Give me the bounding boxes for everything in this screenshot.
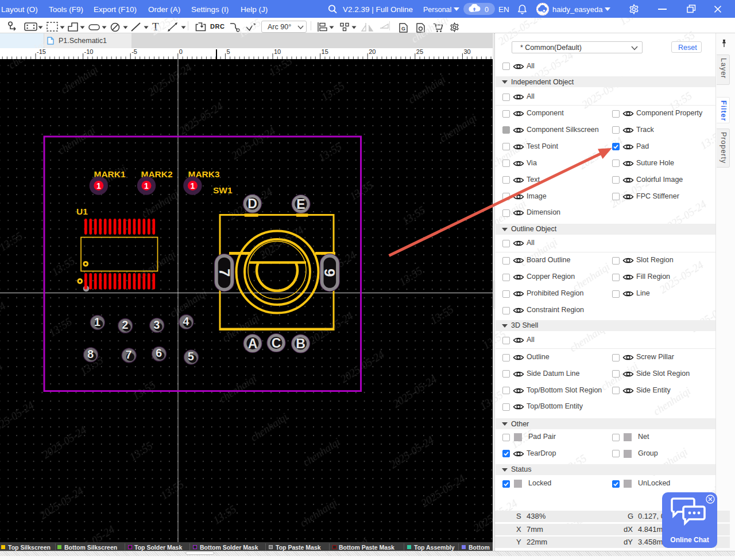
svg-text:1: 1	[144, 181, 149, 190]
svg-text:25: 25	[416, 48, 423, 55]
svg-text:30: 30	[463, 48, 470, 55]
svg-text:C: C	[272, 336, 281, 351]
svg-text:15: 15	[322, 48, 328, 55]
svg-text:1: 1	[191, 181, 195, 190]
svg-text:A: A	[248, 336, 258, 351]
svg-text:7: 7	[216, 269, 233, 277]
svg-text:G: G	[401, 26, 405, 32]
svg-text:5: 5	[188, 350, 194, 363]
svg-text:20: 20	[369, 48, 376, 55]
svg-text:4: 4	[183, 315, 189, 328]
svg-text:-10: -10	[84, 48, 94, 55]
svg-text:5: 5	[226, 48, 230, 55]
svg-text:2: 2	[122, 318, 128, 331]
svg-text:-15: -15	[37, 48, 46, 55]
svg-text:3: 3	[153, 318, 160, 331]
svg-text:0: 0	[179, 48, 183, 55]
svg-text:10: 10	[274, 48, 281, 55]
svg-text:D: D	[247, 196, 257, 211]
svg-text:7: 7	[126, 348, 132, 361]
svg-text:6: 6	[156, 347, 162, 359]
svg-text:B: B	[296, 336, 305, 351]
svg-text:E: E	[296, 197, 305, 212]
svg-text:SW1: SW1	[213, 185, 233, 195]
svg-text:U1: U1	[76, 207, 88, 216]
svg-text:1: 1	[96, 181, 101, 190]
svg-text:1: 1	[94, 316, 100, 328]
svg-text:9: 9	[321, 269, 338, 277]
svg-text:-5: -5	[131, 48, 137, 55]
svg-text:8: 8	[87, 348, 94, 360]
